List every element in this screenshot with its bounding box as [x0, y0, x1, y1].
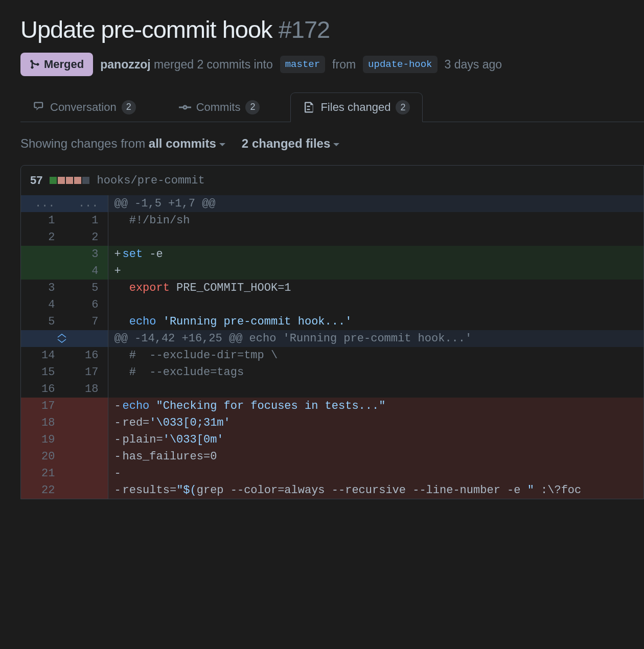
file-path[interactable]: hooks/pre-commit	[97, 174, 204, 187]
file-diff: 57 hooks/pre-commit ......@@ -1,5 +1,7 @…	[20, 165, 644, 499]
diff-line[interactable]: 22-results="$(grep --color=always --recu…	[21, 482, 643, 499]
diff-line[interactable]: 11 #!/bin/sh	[21, 212, 643, 229]
git-commit-icon	[179, 101, 191, 113]
git-merge-icon	[30, 59, 40, 69]
tab-commits[interactable]: Commits 2	[167, 92, 272, 122]
diff-line[interactable]: 20-has_failures=0	[21, 448, 643, 465]
pr-meta: Merged panozzoj merged 2 commits into ma…	[20, 53, 644, 76]
diff-line[interactable]: 3+set -e	[21, 246, 643, 263]
diff-line[interactable]: 57 echo 'Running pre-commit hook...'	[21, 313, 643, 330]
pr-time: 3 days ago	[445, 58, 502, 72]
pr-title: Update pre-commit hook #172	[20, 15, 644, 43]
comment-discussion-icon	[33, 101, 45, 113]
expand-hunk-button[interactable]	[21, 330, 108, 347]
diff-line[interactable]: 1618	[21, 381, 643, 398]
tabnav: Conversation 2 Commits 2 Files changed 2	[20, 92, 644, 122]
branch-base[interactable]: master	[280, 56, 325, 73]
diff-line[interactable]: 1416 # --exclude-dir=tmp \	[21, 347, 643, 364]
pr-number: #172	[279, 16, 330, 43]
tab-files-changed[interactable]: Files changed 2	[290, 92, 423, 122]
diffstat-blocks	[50, 177, 89, 184]
branch-head[interactable]: update-hook	[363, 56, 437, 73]
diff-line[interactable]: 1517 # --exclude=tags	[21, 364, 643, 381]
counter: 2	[122, 100, 136, 114]
diff-line[interactable]: 17-echo "Checking for focuses in tests..…	[21, 398, 643, 414]
diff-table: ......@@ -1,5 +1,7 @@11 #!/bin/sh22 3+se…	[21, 195, 643, 499]
hunk-header: @@ -14,42 +16,25 @@ echo 'Running pre-co…	[108, 330, 643, 347]
diff-line[interactable]: 21-	[21, 465, 643, 482]
hunk-header: @@ -1,5 +1,7 @@	[108, 195, 643, 212]
diff-line[interactable]: 4+	[21, 263, 643, 280]
counter: 2	[245, 100, 260, 114]
counter: 2	[396, 100, 410, 114]
diff-line[interactable]: 19-plain='\033[0m'	[21, 431, 643, 448]
pr-author[interactable]: panozzoj	[100, 58, 150, 71]
diff-stat-number: 57	[30, 174, 42, 187]
changed-files-filter[interactable]: 2 changed files	[242, 136, 339, 151]
file-diff-icon	[303, 101, 315, 113]
commits-filter[interactable]: Showing changes from all commits	[20, 136, 225, 151]
diff-line[interactable]: 46	[21, 296, 643, 313]
tab-conversation[interactable]: Conversation 2	[20, 92, 148, 122]
diff-line[interactable]: 22	[21, 229, 643, 246]
diff-line[interactable]: 35 export PRE_COMMIT_HOOK=1	[21, 280, 643, 296]
state-badge-merged: Merged	[20, 53, 93, 76]
diff-line[interactable]: 18-red='\033[0;31m'	[21, 414, 643, 431]
